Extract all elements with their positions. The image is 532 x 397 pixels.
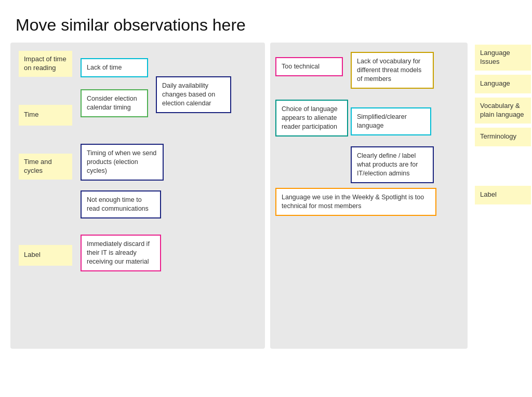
- left-board: Impact of time on reading Time Time and …: [10, 43, 265, 349]
- card-lack-of-time: Lack of time: [81, 58, 148, 77]
- card-not-enough-time: Not enough time to read communications: [81, 190, 161, 218]
- card-timing-when: Timing of when we send products (electio…: [81, 144, 164, 181]
- sidebar-language-issues: Language Issues: [475, 45, 531, 71]
- sidebar-vocabulary: Vocabulary & plain language: [475, 98, 531, 124]
- card-language-weekly: Language we use in the Weekly & Spotligh…: [275, 188, 436, 216]
- label-label-left: Label: [19, 245, 72, 266]
- label-time-cycles: Time and cycles: [19, 154, 72, 180]
- card-lack-vocabulary: Lack of vocabulary for different threat …: [351, 52, 434, 89]
- label-impact: Impact of time on reading: [19, 51, 72, 77]
- label-time: Time: [19, 105, 72, 126]
- right-cards-area: Too technical Lack of vocabulary for dif…: [275, 48, 462, 344]
- card-clearly-define: Clearly define / label what products are…: [351, 146, 434, 183]
- card-consider-election: Consider election calendar timing: [81, 89, 148, 117]
- right-board: Too technical Lack of vocabulary for dif…: [270, 43, 468, 349]
- sidebar-label: Label: [475, 186, 531, 204]
- card-too-technical: Too technical: [275, 57, 343, 76]
- left-label-column: Impact of time on reading Time Time and …: [16, 48, 75, 344]
- card-simplified: Simplified/clearer language: [351, 107, 431, 135]
- sidebar-language: Language: [475, 75, 531, 93]
- page-title: Move similar observations here: [0, 0, 532, 43]
- card-choice-language: Choice of language appears to alienate r…: [275, 100, 348, 136]
- card-immediately-discard: Immediately discard if their IT is alrea…: [81, 235, 161, 271]
- left-cards-area: Lack of time Consider election calendar …: [75, 48, 260, 344]
- sidebar-terminology: Terminology: [475, 128, 531, 146]
- right-sidebar: Language Issues Language Vocabulary & pl…: [472, 43, 532, 207]
- card-daily-availability: Daily availability changes based on elec…: [156, 76, 231, 113]
